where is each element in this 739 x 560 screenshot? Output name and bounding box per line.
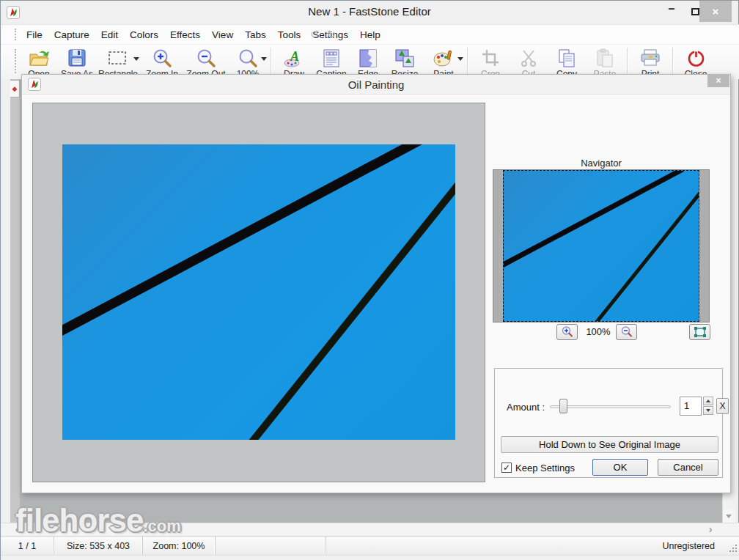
document-tab[interactable]: ◆	[10, 80, 20, 97]
dialog-title: Oil Painting	[22, 78, 730, 91]
preview-image[interactable]	[62, 144, 455, 440]
navigator-frame	[493, 169, 710, 323]
rectangle-select-icon	[107, 48, 129, 68]
navigator-label: Navigator	[493, 158, 710, 169]
maximize-icon	[691, 8, 699, 15]
status-size: Size: 535 x 403	[54, 537, 143, 555]
toolbar-separator	[672, 48, 674, 75]
print-icon	[639, 48, 661, 68]
bottom-frame	[1, 555, 739, 560]
zoom-in-icon	[152, 48, 172, 68]
svg-text:A: A	[290, 49, 299, 64]
save-disk-icon	[67, 48, 87, 68]
toolbar-separator	[271, 48, 272, 75]
scroll-right-button[interactable]: ›	[705, 524, 716, 536]
dropdown-caret-icon[interactable]	[261, 57, 267, 61]
power-close-icon	[686, 48, 706, 68]
navigator-zoom-out-button[interactable]	[616, 324, 637, 340]
toolbar-grip	[15, 49, 17, 73]
caption-icon	[323, 48, 340, 68]
workspace: ◆ filehorse.com Oil Painting × Navig	[1, 74, 739, 523]
menu-view[interactable]: View	[206, 29, 239, 40]
undo-icon[interactable]: ↺	[310, 28, 327, 40]
menu-edit[interactable]: Edit	[95, 29, 124, 40]
cancel-button[interactable]: Cancel	[658, 459, 718, 476]
zoom-out-icon	[620, 325, 633, 339]
crop-icon	[481, 48, 500, 68]
status-empty	[216, 537, 326, 555]
navigator-thumbnail[interactable]	[503, 170, 699, 322]
navigator-zoom-in-button[interactable]	[556, 324, 578, 340]
spinner-down-button[interactable]	[703, 406, 713, 415]
spinner-up-button[interactable]	[703, 397, 713, 405]
open-folder-icon	[27, 48, 51, 68]
status-zoom: Zoom: 100%	[143, 537, 216, 555]
toolbar-separator	[627, 48, 628, 75]
redo-icon[interactable]: ↻	[327, 28, 344, 40]
window-title: New 1 - FastStone Editor	[1, 5, 738, 18]
zoom-level-icon	[238, 48, 258, 68]
up-arrow-icon	[706, 399, 710, 402]
edge-icon	[359, 48, 378, 68]
menu-file[interactable]: File	[21, 29, 48, 40]
menu-grip	[15, 29, 17, 40]
title-bar: New 1 - FastStone Editor – ×	[1, 1, 738, 24]
resize-icon	[394, 48, 415, 68]
menu-tabs[interactable]: Tabs	[239, 29, 272, 40]
menu-capture[interactable]: Capture	[48, 29, 95, 40]
menu-help[interactable]: Help	[354, 29, 386, 40]
draw-icon: A	[283, 48, 305, 68]
menu-tools[interactable]: Tools	[272, 29, 307, 40]
amount-label: Amount :	[507, 402, 545, 413]
preview-panel	[32, 103, 485, 482]
amount-slider-track[interactable]	[550, 405, 671, 408]
minimize-button[interactable]: –	[661, 1, 683, 23]
keep-settings-label: Keep Settings	[515, 463, 575, 474]
status-bar: 1 / 1 Size: 535 x 403 Zoom: 100% Unregis…	[1, 536, 739, 555]
navigator-fit-button[interactable]	[689, 324, 710, 340]
settings-panel: Amount : 1 X Hold Down to See Original I…	[494, 368, 723, 478]
left-frame	[1, 74, 10, 523]
watermark: filehorse.com	[15, 502, 181, 539]
oil-painting-dialog: Oil Painting × Navigator 100%	[21, 74, 731, 493]
status-registration: Unregistered	[326, 537, 739, 555]
down-arrow-icon	[706, 409, 710, 412]
dropdown-caret-icon[interactable]	[457, 57, 463, 61]
status-page: 1 / 1	[1, 537, 54, 555]
hold-to-see-original-button[interactable]: Hold Down to See Original Image	[501, 436, 718, 453]
menu-effects[interactable]: Effects	[164, 29, 206, 40]
fit-view-icon	[694, 326, 707, 338]
paste-clipboard-icon	[595, 48, 614, 68]
ok-button[interactable]: OK	[592, 459, 648, 476]
tab-diamond-icon: ◆	[12, 85, 18, 92]
tab-strip: ◆	[10, 74, 20, 523]
reset-button[interactable]: X	[716, 398, 729, 414]
down-arrow-icon	[726, 515, 732, 518]
dialog-title-bar[interactable]: Oil Painting ×	[22, 75, 730, 95]
cut-scissors-icon	[519, 48, 538, 68]
zoom-out-icon	[196, 48, 216, 68]
scroll-down-button[interactable]	[723, 509, 735, 523]
copy-icon	[557, 48, 576, 68]
app-window: New 1 - FastStone Editor – × File Captur…	[0, 0, 739, 560]
watermark-name: filehorse	[15, 502, 143, 538]
paint-icon	[433, 48, 455, 68]
dialog-close-button[interactable]: ×	[707, 75, 729, 87]
toolbar-separator	[467, 48, 468, 75]
menu-bar: File Capture Edit Colors Effects View Ta…	[1, 24, 739, 45]
navigator-zoom-level: 100%	[583, 326, 614, 337]
resize-grip-icon[interactable]	[729, 544, 738, 553]
zoom-in-icon	[561, 325, 574, 339]
menu-colors[interactable]: Colors	[124, 29, 164, 40]
amount-input[interactable]: 1	[680, 397, 702, 416]
keep-settings-checkbox[interactable]: ✓	[501, 463, 512, 473]
undo-redo-group: ↺↻	[310, 28, 343, 41]
image-diagonal-line-1	[62, 144, 424, 336]
dropdown-caret-icon[interactable]	[133, 57, 139, 61]
close-button[interactable]: ×	[699, 1, 732, 22]
amount-spinner	[703, 397, 713, 416]
watermark-tld: .com	[143, 517, 180, 535]
thumb-diagonal-line-1	[503, 170, 684, 268]
amount-slider-thumb[interactable]	[559, 399, 567, 413]
